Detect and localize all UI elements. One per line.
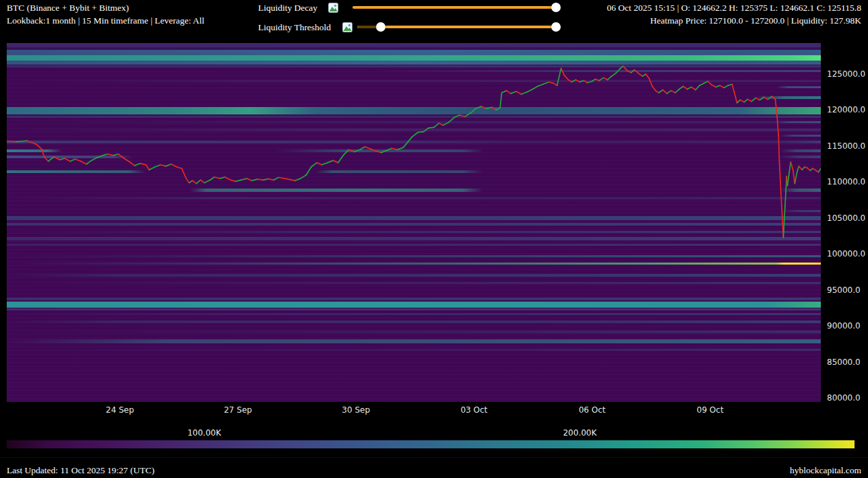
candle-info: 06 Oct 2025 15:15 | O: 124662.2 H: 12537…: [607, 3, 861, 13]
symbol-title: BTC (Binance + Bybit + Bitmex): [7, 3, 129, 13]
slider-handle[interactable]: [376, 22, 385, 32]
chart-settings: Lookback:1 month | 15 Min timeframe | Le…: [7, 15, 204, 26]
slider-handle[interactable]: [551, 22, 561, 32]
liquidity-threshold-label: Liquidity Threshold: [258, 22, 331, 33]
x-axis-label: 24 Sep: [106, 405, 134, 415]
y-axis-label: 105000.0: [827, 213, 865, 223]
x-axis-label: 30 Sep: [342, 405, 370, 415]
y-axis-label: 125000.0: [827, 69, 865, 79]
footer-divider: [0, 457, 868, 458]
y-axis-label: 110000.0: [827, 177, 865, 186]
liquidity-heatmap-canvas[interactable]: [7, 43, 821, 402]
colorbar-tick-label: 100.00K: [187, 428, 221, 438]
y-axis-label: 85000.0: [827, 357, 861, 367]
price-line: [7, 43, 821, 402]
colorbar: [7, 440, 855, 448]
slider-track[interactable]: [357, 26, 558, 28]
slider-handle[interactable]: [551, 3, 561, 12]
y-axis-label: 115000.0: [827, 141, 865, 151]
broken-image-icon[interactable]: [342, 22, 352, 32]
y-axis-label: 95000.0: [827, 285, 861, 295]
colorbar-tick-label: 200.00K: [563, 428, 596, 438]
y-axis-label: 100000.0: [827, 249, 865, 259]
x-axis-label: 27 Sep: [224, 405, 252, 415]
website-link[interactable]: hyblockcapital.com: [790, 465, 861, 476]
x-axis-label: 09 Oct: [697, 405, 724, 415]
slider-track[interactable]: [352, 6, 558, 9]
y-axis-label: 80000.0: [827, 393, 861, 403]
liquidity-decay-label: Liquidity Decay: [258, 3, 317, 13]
x-axis-label: 03 Oct: [460, 405, 487, 415]
y-axis-label: 120000.0: [827, 105, 865, 114]
y-axis-label: 90000.0: [827, 321, 861, 331]
last-updated-text: Last Updated: 11 Oct 2025 19:27 (UTC): [7, 465, 154, 476]
broken-image-icon[interactable]: [328, 3, 338, 13]
heatmap-info: Heatmap Price: 127100.0 - 127200.0 | Liq…: [650, 15, 861, 26]
x-axis-label: 06 Oct: [579, 405, 606, 415]
liquidity-heatmap-app: BTC (Binance + Bybit + Bitmex) Lookback:…: [0, 0, 868, 478]
